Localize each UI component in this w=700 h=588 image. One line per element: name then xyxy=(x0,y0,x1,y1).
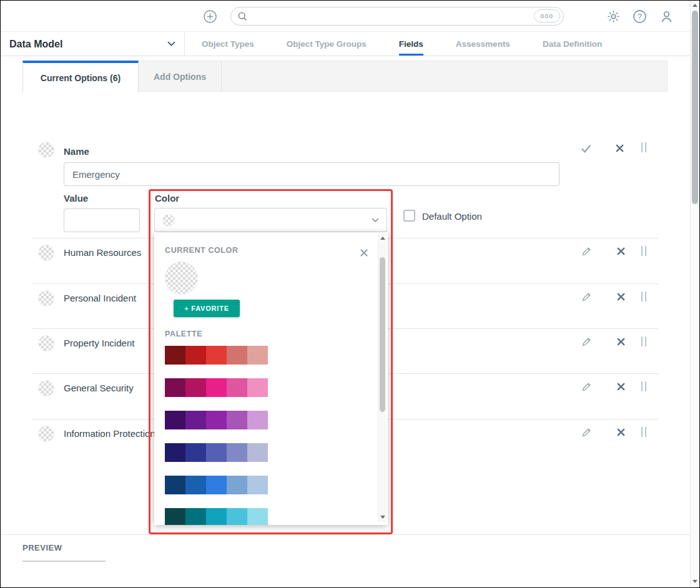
options-tabstrip: Current Options (6) Add Options xyxy=(22,61,668,92)
app-window: ooo ? Data Model Object Types Obje xyxy=(0,0,700,588)
dropdown-scrollbar[interactable] xyxy=(378,233,387,522)
close-icon[interactable] xyxy=(360,248,368,257)
palette-row xyxy=(165,411,268,429)
drag-handle-icon[interactable] xyxy=(640,142,648,152)
delete-icon[interactable] xyxy=(616,337,626,346)
color-swatch[interactable] xyxy=(247,443,268,462)
search-icon xyxy=(237,11,247,21)
color-swatch[interactable] xyxy=(247,346,268,365)
edit-icon[interactable] xyxy=(581,292,592,302)
scroll-up-icon[interactable] xyxy=(380,237,385,240)
option-color-swatch[interactable] xyxy=(38,380,54,396)
delete-icon[interactable] xyxy=(616,292,626,301)
edit-icon[interactable] xyxy=(581,246,592,257)
palette-row xyxy=(165,508,268,525)
drag-handle-icon[interactable] xyxy=(640,336,648,346)
color-picker-dropdown: CURRENT COLOR + FAVORITE PALETTE xyxy=(154,232,388,525)
color-swatch[interactable] xyxy=(227,443,247,462)
preview-label: PREVIEW xyxy=(22,543,62,552)
workspace-label: Data Model xyxy=(9,39,167,50)
color-swatch[interactable] xyxy=(185,378,206,397)
cancel-icon[interactable] xyxy=(615,144,624,153)
workspace-dropdown[interactable]: Data Model xyxy=(1,32,185,56)
drag-handle-icon[interactable] xyxy=(640,292,648,301)
topbar: ooo ? xyxy=(1,1,691,32)
color-swatch[interactable] xyxy=(185,346,206,365)
palette-row xyxy=(165,378,268,397)
search-input[interactable] xyxy=(252,11,557,21)
name-label: Name xyxy=(64,146,89,157)
color-swatch[interactable] xyxy=(247,508,268,525)
favorite-button[interactable]: + FAVORITE xyxy=(174,300,240,317)
value-label: Value xyxy=(64,193,88,203)
nav-items: Object Types Object Type Groups Fields A… xyxy=(185,32,602,56)
search-shortcut-badge: ooo xyxy=(534,9,560,22)
name-input[interactable] xyxy=(64,162,560,186)
tab-current-options[interactable]: Current Options (6) xyxy=(22,61,139,92)
value-input[interactable] xyxy=(64,208,140,232)
color-swatch[interactable] xyxy=(206,378,227,397)
nav-item-fields[interactable]: Fields xyxy=(399,32,423,56)
confirm-icon[interactable] xyxy=(580,142,592,154)
edit-icon[interactable] xyxy=(581,381,592,392)
edit-icon[interactable] xyxy=(581,336,592,347)
color-swatch[interactable] xyxy=(185,411,206,429)
drag-handle-icon[interactable] xyxy=(640,427,648,437)
color-swatch[interactable] xyxy=(247,476,268,494)
scroll-up-icon[interactable] xyxy=(693,4,698,7)
section-divider xyxy=(1,534,691,535)
global-search[interactable]: ooo xyxy=(230,7,564,26)
help-icon[interactable]: ? xyxy=(631,8,648,24)
option-color-swatch[interactable] xyxy=(38,335,54,351)
color-swatch[interactable] xyxy=(206,443,227,462)
nav-item-object-types[interactable]: Object Types xyxy=(202,32,254,56)
color-swatch[interactable] xyxy=(165,346,185,365)
color-swatch[interactable] xyxy=(227,476,247,494)
gear-icon[interactable] xyxy=(605,8,621,24)
option-name: Information Protection xyxy=(64,428,155,439)
nav-item-data-definition[interactable]: Data Definition xyxy=(543,32,602,56)
scroll-down-icon[interactable] xyxy=(380,516,385,519)
color-swatch[interactable] xyxy=(247,411,268,429)
color-swatch[interactable] xyxy=(227,411,247,429)
scrollbar-thumb[interactable] xyxy=(380,257,385,412)
add-icon[interactable] xyxy=(202,8,218,24)
edit-icon[interactable] xyxy=(581,427,592,438)
color-swatch[interactable] xyxy=(206,346,227,365)
page-scrollbar[interactable] xyxy=(690,1,699,587)
color-swatch[interactable] xyxy=(165,443,185,462)
color-swatch[interactable] xyxy=(165,378,185,397)
color-swatch[interactable] xyxy=(185,508,206,525)
default-option-checkbox[interactable] xyxy=(403,210,415,222)
delete-icon[interactable] xyxy=(616,382,626,391)
color-swatch[interactable] xyxy=(227,378,247,397)
color-select[interactable] xyxy=(154,208,387,232)
nav-item-assessments[interactable]: Assessments xyxy=(456,32,510,56)
color-swatch[interactable] xyxy=(227,346,247,365)
color-swatch[interactable] xyxy=(165,476,185,494)
color-swatch[interactable] xyxy=(247,378,268,397)
option-color-swatch[interactable] xyxy=(38,290,54,306)
current-color-label: CURRENT COLOR xyxy=(165,246,239,255)
nav-item-object-type-groups[interactable]: Object Type Groups xyxy=(287,32,367,56)
color-swatch[interactable] xyxy=(165,508,185,525)
color-swatch[interactable] xyxy=(165,411,185,429)
drag-handle-icon[interactable] xyxy=(640,246,648,256)
color-swatch[interactable] xyxy=(185,476,206,494)
option-color-swatch[interactable] xyxy=(38,426,54,442)
option-color-swatch[interactable] xyxy=(38,245,54,261)
color-swatch[interactable] xyxy=(185,443,206,462)
scroll-down-icon[interactable] xyxy=(693,580,698,583)
color-swatch[interactable] xyxy=(227,508,247,525)
color-swatch[interactable] xyxy=(206,411,227,429)
editor-color-swatch[interactable] xyxy=(38,142,54,158)
color-swatch[interactable] xyxy=(206,508,227,525)
selected-color-swatch xyxy=(162,214,175,227)
tab-add-options[interactable]: Add Options xyxy=(139,61,222,92)
drag-handle-icon[interactable] xyxy=(640,381,648,391)
color-swatch[interactable] xyxy=(206,476,227,494)
delete-icon[interactable] xyxy=(616,247,626,256)
scrollbar-thumb[interactable] xyxy=(692,11,698,204)
delete-icon[interactable] xyxy=(616,428,626,437)
user-icon[interactable] xyxy=(658,8,674,24)
